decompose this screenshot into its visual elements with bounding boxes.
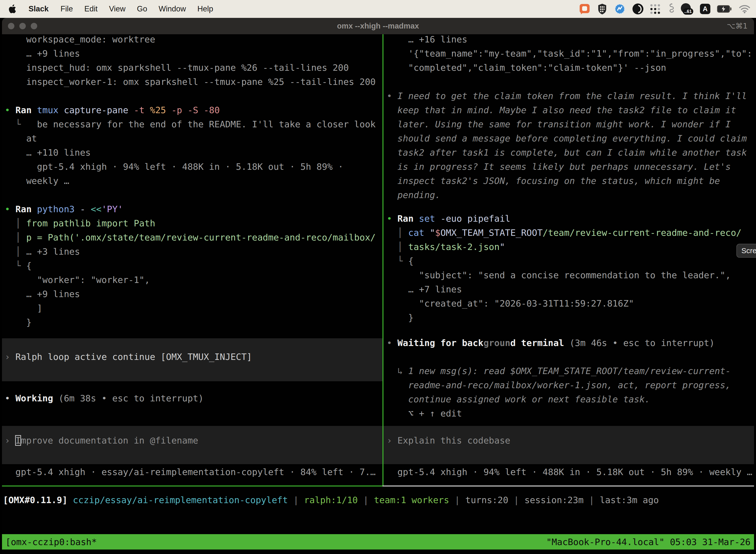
- left-pane-line: › Improve documentation in @filename: [5, 433, 198, 447]
- battery-icon[interactable]: [717, 5, 732, 13]
- left-pane-line: ]: [5, 301, 43, 315]
- right-pane-line: should send a message before completing …: [387, 131, 747, 146]
- left-pane-line: └ be necessary for the end of the README…: [5, 117, 376, 131]
- right-pane-line: … +7 lines: [387, 282, 462, 296]
- left-pane-line: }: [5, 315, 32, 329]
- menu-help[interactable]: Help: [192, 0, 219, 18]
- apple-logo-icon: [8, 4, 16, 14]
- right-pane-line: › Explain this codebase: [387, 433, 510, 447]
- right-pane-line: ⌥ + ↑ edit: [387, 406, 462, 421]
- right-pane-line: "created_at": "2026-03-31T11:59:27.816Z": [387, 296, 634, 311]
- right-pane-line: • Ran set -euo pipefail: [387, 212, 510, 226]
- left-pane-line: • Ran python3 - <<'PY': [5, 202, 123, 216]
- right-pane-line: │ cat "$OMX_TEAM_STATE_ROOT/team/review-…: [387, 226, 742, 240]
- left-pane-line: │ … +3 lines: [5, 244, 80, 259]
- tooltip-text: Scre: [741, 246, 756, 255]
- right-pane-line: • I need to get the claim token from the…: [387, 89, 747, 103]
- left-pane-line: inspect_worker-1: omx sparkshell --tmux-…: [5, 75, 376, 89]
- dots-grid-icon[interactable]: [650, 4, 660, 14]
- right-pane-line: • Waiting for background terminal (3m 46…: [387, 336, 714, 350]
- menubar-menus: Slack File Edit View Go Window Help: [0, 0, 219, 18]
- network-bolt-icon[interactable]: [614, 3, 626, 15]
- hud-pane-line: [OMX#0.11.9] cczip/essay/ai-reimplementa…: [3, 493, 659, 507]
- menu-app-name[interactable]: Slack: [22, 0, 55, 18]
- left-pane-line: at: [5, 131, 37, 146]
- left-pane-line: … +9 lines: [5, 46, 80, 61]
- left-pane-line: gpt-5.4 xhigh · 94% left · 488K in · 5.1…: [5, 160, 343, 174]
- left-pane-line: … +110 lines: [5, 146, 91, 160]
- screenshot-tooltip: Scre: [737, 244, 756, 258]
- menu-window[interactable]: Window: [153, 0, 191, 18]
- shield-grid-icon[interactable]: [597, 3, 608, 15]
- dark-crescent-icon[interactable]: [632, 3, 644, 15]
- left-pane-line: │ from pathlib import Path: [5, 216, 155, 230]
- right-pane-line: task2 after task1 is complete, but can I…: [387, 146, 747, 160]
- right-pane-line: ↳ 1 new msg(s): read $OMX_TEAM_STATE_ROO…: [387, 364, 731, 378]
- right-pane-line: readme-and-reco/mailbox/worker-1.json, a…: [387, 378, 731, 392]
- menu-go[interactable]: Go: [131, 0, 153, 18]
- left-pane-line: gpt-5.4 xhigh · essay/ai-reimplementatio…: [5, 465, 376, 479]
- menubar-status-icons: ..61 A: [579, 0, 756, 18]
- right-pane-line: }: [387, 311, 414, 325]
- titlebar[interactable]: omx --xhigh --madmax ⌥⌘1: [2, 18, 754, 34]
- right-pane-line: pending.: [387, 188, 441, 202]
- menu-edit[interactable]: Edit: [79, 0, 103, 18]
- left-pane-line: weekly …: [5, 174, 69, 188]
- screen: Slack File Edit View Go Window Help: [0, 0, 756, 554]
- battery-nub: [730, 7, 732, 10]
- menu-view[interactable]: View: [103, 0, 131, 18]
- wifi-icon[interactable]: [739, 4, 751, 13]
- charging-bolt-icon: [720, 6, 727, 12]
- left-pane-line: "worker": "worker-1",: [5, 273, 150, 287]
- left-pane-line: │ p = Path('.omx/state/team/review-curre…: [5, 230, 376, 244]
- tmux-host-clock: "MacBook-Pro-44.local" 05:03 31-Mar-26: [546, 537, 751, 547]
- left-pane-line: • Working (6m 38s • esc to interrupt): [5, 391, 204, 405]
- tmux-status-bar: [omx-cczip0:bash* "MacBook-Pro-44.local"…: [2, 534, 754, 550]
- badge-count: ..61: [683, 8, 693, 15]
- keyboard-layout-icon[interactable]: A: [700, 4, 710, 14]
- countdown-badge-icon[interactable]: ..61: [681, 3, 693, 15]
- left-pane-line: workspace_mode: worktree: [5, 32, 155, 46]
- menu-file[interactable]: File: [55, 0, 79, 18]
- right-pane-line: "completed","claim_token":"claim-token"}…: [387, 61, 666, 75]
- right-pane-line: is in progress? It seems likely but perh…: [387, 160, 731, 174]
- menubar: Slack File Edit View Go Window Help: [0, 0, 756, 18]
- right-pane-line: later. Using the same for transition mig…: [387, 117, 731, 131]
- tmux-session-label: [omx-cczip0:bash*: [5, 537, 97, 547]
- pane-border-bottom-active: [2, 486, 382, 487]
- left-pane-line: inspect_hud: omx sparkshell --tmux-pane …: [5, 61, 349, 75]
- pane-border-bottom-inactive: [382, 486, 754, 487]
- right-pane-line: gpt-5.4 xhigh · 94% left · 488K in · 5.1…: [387, 465, 752, 479]
- left-pane-line: • Ran tmux capture-pane -t %25 -p -S -80: [5, 103, 220, 117]
- right-pane-line: │ tasks/task-2.json": [387, 240, 505, 254]
- right-pane-line: continue assigned work or next feasible …: [387, 392, 650, 406]
- apple-menu-icon[interactable]: [0, 4, 22, 14]
- keyboard-layout-label: A: [703, 5, 708, 13]
- left-pane-line: └ {: [5, 259, 32, 273]
- chat-app-icon[interactable]: [579, 3, 590, 15]
- left-pane-line: … +9 lines: [5, 287, 80, 301]
- right-pane-line: "subject": "send a concise recommendatio…: [387, 268, 731, 282]
- left-pane-line: › Ralph loop active continue [OMX_TMUX_I…: [5, 350, 252, 364]
- right-pane-line: keep that in mind. Maybe I also need the…: [387, 103, 736, 117]
- window-title: omx --xhigh --madmax: [2, 18, 754, 34]
- pane-divider[interactable]: [382, 34, 383, 486]
- right-pane-line: … +16 lines: [387, 32, 467, 46]
- window-shortcut-hint: ⌥⌘1: [727, 18, 748, 34]
- squiggle-icon[interactable]: [667, 3, 674, 15]
- right-pane-line: '{"team_name":"my-team","task_id":"1","f…: [387, 46, 752, 61]
- right-pane-line: inspect task2's JSON, focusing on the st…: [387, 174, 720, 188]
- right-pane-line: └ {: [387, 254, 414, 268]
